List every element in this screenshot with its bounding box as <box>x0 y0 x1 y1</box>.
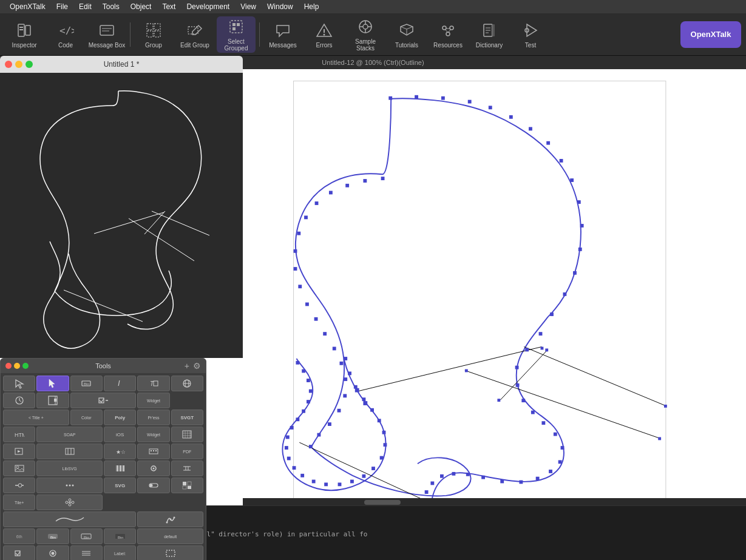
tool-image[interactable] <box>3 460 35 476</box>
tools-minimize-button[interactable] <box>14 363 20 369</box>
tool-tile[interactable] <box>171 477 203 493</box>
scrollbar-thumb[interactable] <box>364 500 401 505</box>
tool-btn-2[interactable]: Btn <box>70 528 103 544</box>
messages-button[interactable]: Messages <box>263 16 302 53</box>
menu-tools[interactable]: Tools <box>98 1 124 12</box>
tool-pointer[interactable] <box>36 376 69 391</box>
inspector-button[interactable]: Inspector <box>5 16 44 53</box>
tool-clock[interactable] <box>3 393 35 408</box>
openxtalk-button[interactable]: OpenXTalk <box>680 21 741 48</box>
test-label: Test <box>525 42 536 49</box>
tool-btn-default[interactable]: default <box>137 528 203 544</box>
tool-barcode[interactable] <box>104 460 136 476</box>
tool-nav-bar[interactable] <box>36 444 103 459</box>
tools-actions[interactable]: + ⚙ <box>185 361 201 371</box>
preview-content[interactable] <box>0 73 243 358</box>
tool-radio2[interactable] <box>36 545 69 560</box>
tool-dot[interactable] <box>137 460 169 476</box>
menu-openxtalk[interactable]: OpenXTalk <box>5 1 50 12</box>
tool-globe[interactable] <box>171 376 203 391</box>
select-grouped-button[interactable]: Select Grouped <box>217 16 256 53</box>
tool-title[interactable]: < Title + <box>3 410 69 425</box>
svg-rect-72 <box>536 477 540 481</box>
sample-stacks-button[interactable]: Sample Stacks <box>346 16 385 53</box>
tool-keyboard[interactable] <box>137 444 169 459</box>
tool-ios[interactable]: iOS <box>104 427 136 442</box>
menu-object[interactable]: Object <box>126 1 157 12</box>
tool-field-box[interactable]: T <box>137 376 169 391</box>
tool-frame2[interactable] <box>137 545 203 560</box>
menu-text[interactable]: Text <box>157 1 180 12</box>
tool-lib-svg[interactable]: LibSVG <box>36 460 103 476</box>
code-button[interactable]: </> Code <box>46 16 85 53</box>
tool-press[interactable]: Pr'ess <box>137 410 169 425</box>
tool-btn-1[interactable]: Btn <box>36 528 69 544</box>
tool-html5[interactable]: HTML5 <box>3 427 35 442</box>
tool-checkbox2[interactable] <box>3 545 35 560</box>
tool-media[interactable] <box>3 444 35 459</box>
tools-titlebar[interactable]: Tools + ⚙ <box>1 359 206 373</box>
tutorials-button[interactable]: Tutorials <box>387 16 426 53</box>
menu-help[interactable]: Help <box>299 1 324 12</box>
tool-color[interactable]: Color <box>70 410 103 425</box>
tool-extra[interactable] <box>137 511 203 527</box>
edit-group-label: Edit Group <box>180 42 209 49</box>
preview-close-button[interactable] <box>5 61 12 68</box>
message-box-label: Message Box <box>89 42 126 49</box>
menu-window[interactable]: Window <box>262 1 298 12</box>
tool-button-widget[interactable]: Btn <box>70 376 103 391</box>
svg-rect-90 <box>328 422 331 426</box>
group-button[interactable]: Group <box>134 16 173 53</box>
tool-poly[interactable]: Poly <box>104 410 136 425</box>
menu-edit[interactable]: Edit <box>74 1 97 12</box>
tools-close-button[interactable] <box>5 363 12 369</box>
tool-chart[interactable] <box>171 427 203 442</box>
tool-pdf[interactable]: PDF <box>171 444 203 459</box>
message-box-button[interactable]: Message Box <box>87 16 126 53</box>
tools-add-icon[interactable]: + <box>185 361 189 371</box>
tool-list3[interactable] <box>70 545 103 560</box>
svg-rect-135 <box>302 369 305 373</box>
menu-file[interactable]: File <box>52 1 73 12</box>
tool-field[interactable]: I <box>104 376 136 391</box>
svg-rect-166 <box>54 399 56 402</box>
tool-svg[interactable]: SVG <box>104 477 136 493</box>
tools-settings-icon[interactable]: ⚙ <box>193 361 201 371</box>
svg-text:HTML5: HTML5 <box>15 432 24 438</box>
test-button[interactable]: Test <box>511 16 550 53</box>
tool-checkbox[interactable] <box>70 393 137 408</box>
tool-widget-label[interactable]: Widget <box>137 393 169 408</box>
tool-curve[interactable] <box>3 511 136 527</box>
tool-widget2[interactable]: Widget <box>137 427 169 442</box>
tool-btn-3[interactable]: Btn <box>104 528 136 544</box>
menu-development[interactable]: Development <box>181 1 234 12</box>
tools-maximize-button[interactable] <box>22 363 29 369</box>
preview-minimize-button[interactable] <box>15 61 22 68</box>
tool-dots-menu[interactable] <box>36 477 103 493</box>
messages-label: Messages <box>269 42 297 49</box>
tool-svgt[interactable]: SVGT <box>171 410 203 425</box>
preview-maximize-button[interactable] <box>25 61 33 68</box>
resources-button[interactable]: Resources <box>429 16 467 53</box>
tool-soap[interactable]: SOAP <box>36 427 103 442</box>
svg-text:Btn: Btn <box>118 536 123 539</box>
svg-rect-15 <box>237 23 240 26</box>
tool-stars[interactable]: ★☆ <box>104 444 136 459</box>
tool-slider[interactable] <box>3 477 35 493</box>
svg-rect-117 <box>380 456 384 460</box>
tool-label2[interactable]: Label: <box>104 545 136 560</box>
svg-rect-74 <box>500 480 504 484</box>
tool-toggle[interactable] <box>137 477 169 493</box>
tool-list[interactable] <box>171 460 203 476</box>
edit-group-button[interactable]: Edit Group <box>175 16 214 53</box>
menu-view[interactable]: View <box>236 1 261 12</box>
svg-point-206 <box>149 484 152 487</box>
errors-button[interactable]: Errors <box>305 16 344 53</box>
sample-stacks-icon <box>356 17 375 36</box>
tool-tile-plus[interactable]: Tile+ <box>3 494 35 510</box>
tool-nodes[interactable] <box>36 494 103 510</box>
tool-arrow[interactable] <box>3 376 35 391</box>
tool-btn-6th[interactable]: 6th <box>3 528 35 544</box>
dictionary-button[interactable]: Dictionary <box>470 16 509 53</box>
tool-scroll[interactable] <box>36 393 69 408</box>
